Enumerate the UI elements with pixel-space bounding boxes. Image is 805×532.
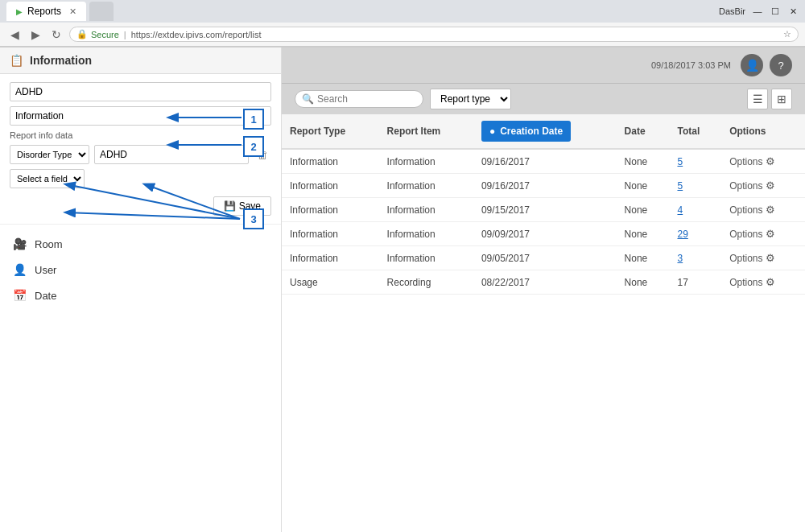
cell-creation-date: 09/16/2017	[473, 149, 617, 174]
cell-report-type: Information	[282, 222, 379, 246]
cell-date: None	[617, 270, 670, 295]
url-text: https://extdev.ipivs.com/report/list	[131, 30, 262, 39]
view-toggle: ☰ ⊞	[747, 89, 792, 109]
cell-total[interactable]: 5	[669, 149, 721, 174]
top-right-area: 09/18/2017 3:03 PM 👤 ?	[651, 54, 792, 76]
address-bar[interactable]: 🔒 Secure | https://extdev.ipivs.com/repo…	[69, 27, 799, 42]
lock-icon: 🔒	[76, 29, 88, 39]
options-link[interactable]: Options	[729, 180, 762, 192]
table-row: Information Information 09/09/2017 None …	[282, 222, 805, 246]
col-report-item: Report Item	[379, 114, 473, 149]
close-btn[interactable]: ✕	[787, 6, 799, 17]
username-label: DasBir	[719, 6, 745, 16]
minimize-btn[interactable]: —	[752, 6, 763, 17]
disorder-value-input[interactable]	[94, 145, 249, 164]
cell-date: None	[617, 174, 670, 198]
cell-date: None	[617, 149, 670, 174]
sidebar-item-room[interactable]: 🎥 Room	[0, 231, 281, 257]
reports-table: Report Type Report Item ● Creation Date …	[282, 114, 805, 295]
creation-date-sort-icon: ●	[489, 126, 495, 137]
active-tab[interactable]: ▶ Reports ✕	[6, 2, 86, 21]
options-gear-icon[interactable]: ⚙	[766, 228, 775, 240]
table-row: Information Information 09/15/2017 None …	[282, 198, 805, 222]
col-creation-date[interactable]: ● Creation Date	[473, 114, 617, 149]
separator: |	[124, 30, 126, 39]
tab-title: Reports	[27, 6, 61, 17]
col-total: Total	[669, 114, 721, 149]
cell-report-type: Information	[282, 246, 379, 270]
help-btn[interactable]: ?	[770, 54, 792, 76]
cell-report-item: Information	[379, 246, 473, 270]
type-input[interactable]	[10, 106, 271, 126]
sidebar-item-user[interactable]: 👤 User	[0, 257, 281, 282]
cell-options: Options ⚙	[721, 149, 805, 174]
col-report-type: Report Type	[282, 114, 379, 149]
inactive-tab[interactable]	[89, 2, 114, 21]
cell-total[interactable]: 29	[669, 222, 721, 246]
cell-creation-date: 09/16/2017	[473, 174, 617, 198]
date-icon: 📅	[13, 289, 27, 302]
annotation-box-3: 3	[243, 208, 264, 229]
name-input[interactable]	[10, 82, 271, 101]
window-controls: DasBir — ☐ ✕	[719, 6, 799, 17]
options-gear-icon[interactable]: ⚙	[766, 179, 775, 192]
search-box: 🔍	[295, 90, 423, 108]
options-link[interactable]: Options	[729, 204, 762, 216]
sidebar-item-date[interactable]: 📅 Date	[0, 282, 281, 308]
options-link[interactable]: Options	[729, 229, 762, 240]
user-profile-btn[interactable]: 👤	[741, 54, 763, 76]
options-link[interactable]: Options	[729, 277, 762, 288]
maximize-btn[interactable]: ☐	[770, 6, 781, 17]
list-view-btn[interactable]: ☰	[747, 89, 768, 109]
sidebar-item-user-label: User	[35, 264, 56, 276]
grid-view-btn[interactable]: ⊞	[771, 89, 792, 109]
cell-total[interactable]: 5	[669, 174, 721, 198]
disorder-type-select[interactable]: Disorder Type	[10, 145, 89, 164]
col-date: Date	[617, 114, 670, 149]
cell-total[interactable]: 3	[669, 246, 721, 270]
reports-table-container: Report Type Report Item ● Creation Date …	[282, 114, 805, 532]
report-type-select[interactable]: Report type Information Usage	[430, 89, 511, 109]
refresh-btn[interactable]: ↻	[48, 28, 64, 41]
options-link[interactable]: Options	[729, 253, 762, 264]
room-icon: 🎥	[13, 237, 27, 250]
options-gear-icon[interactable]: ⚙	[766, 204, 775, 216]
bookmark-icon[interactable]: ☆	[783, 29, 791, 39]
annotation-box-1: 1	[243, 109, 264, 130]
cell-report-item: Information	[379, 174, 473, 198]
cell-options: Options ⚙	[721, 246, 805, 270]
search-input[interactable]	[317, 93, 416, 105]
cell-date: None	[617, 222, 670, 246]
add-field-select[interactable]: Select a field	[10, 169, 85, 188]
tab-favicon: ▶	[16, 7, 23, 16]
forward-btn[interactable]: ▶	[27, 28, 43, 41]
cell-creation-date: 08/22/2017	[473, 270, 617, 295]
cell-creation-date: 09/05/2017	[473, 246, 617, 270]
user-icon: 👤	[13, 263, 27, 276]
tab-close-btn[interactable]: ✕	[69, 6, 76, 17]
cell-total[interactable]: 4	[669, 198, 721, 222]
secure-label: Secure	[91, 30, 119, 39]
sidebar-item-date-label: Date	[35, 290, 56, 302]
back-btn[interactable]: ◀	[6, 28, 23, 41]
table-row: Information Information 09/16/2017 None …	[282, 174, 805, 198]
sidebar-header-icon: 📋	[10, 54, 23, 67]
sidebar-nav: 🎥 Room 👤 User 📅 Date	[0, 225, 281, 315]
options-gear-icon[interactable]: ⚙	[766, 155, 775, 167]
cell-options: Options ⚙	[721, 198, 805, 222]
options-gear-icon[interactable]: ⚙	[766, 276, 775, 288]
report-info-label: Report info data	[10, 130, 271, 140]
table-row: Usage Recording 08/22/2017 None 17 Optio…	[282, 270, 805, 295]
col-options: Options	[721, 114, 805, 149]
table-row: Information Information 09/16/2017 None …	[282, 149, 805, 174]
search-icon: 🔍	[302, 93, 314, 105]
cell-options: Options ⚙	[721, 222, 805, 246]
cell-total: 17	[669, 270, 721, 295]
cell-report-item: Information	[379, 222, 473, 246]
add-field-row: Select a field	[10, 169, 271, 188]
options-gear-icon[interactable]: ⚙	[766, 252, 775, 264]
sidebar-header: 📋 Information	[0, 47, 281, 74]
cell-report-type: Usage	[282, 270, 379, 295]
options-link[interactable]: Options	[729, 156, 762, 167]
report-info-row: Disorder Type 🗑	[10, 145, 271, 164]
